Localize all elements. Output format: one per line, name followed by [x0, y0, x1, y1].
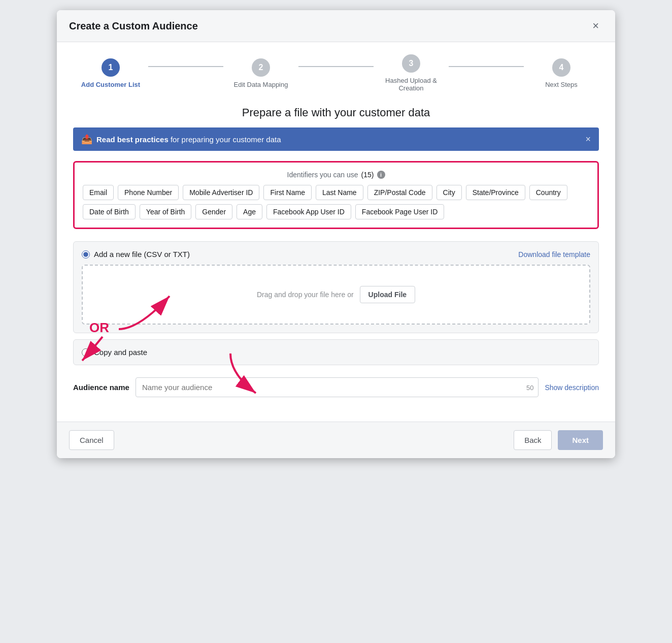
step-connector-1 — [148, 66, 223, 67]
identifier-tag: Email — [83, 185, 114, 200]
step-3-circle: 3 — [402, 54, 420, 73]
info-icon[interactable]: i — [377, 171, 385, 179]
step-1: 1 Add Customer List — [73, 58, 148, 88]
copy-paste-label-text: Copy and paste — [94, 348, 147, 357]
best-practices-banner: 📤 Read best practices for preparing your… — [73, 127, 599, 151]
footer-right: Back Next — [514, 430, 603, 450]
step-2: 2 Edit Data Mapping — [223, 58, 298, 88]
audience-name-input[interactable] — [136, 377, 539, 397]
step-1-circle: 1 — [102, 58, 120, 77]
identifier-tag: Facebook Page User ID — [355, 204, 444, 219]
identifier-tag: Phone Number — [118, 185, 179, 200]
step-connector-3 — [449, 66, 524, 67]
banner-bold-text[interactable]: Read best practices — [96, 135, 169, 144]
show-description-link[interactable]: Show description — [545, 383, 599, 392]
audience-name-label: Audience name — [73, 383, 129, 392]
copy-paste-radio[interactable] — [82, 348, 90, 357]
identifier-tag: City — [436, 185, 462, 200]
new-file-radio-label[interactable]: Add a new file (CSV or TXT) — [82, 250, 190, 259]
audience-name-row: Audience name 50 Show description — [73, 377, 599, 397]
step-3: 3 Hashed Upload & Creation — [374, 54, 449, 92]
step-1-label: Add Customer List — [81, 81, 140, 88]
upload-file-button[interactable]: Upload File — [360, 286, 415, 303]
identifier-tag: Age — [237, 204, 262, 219]
upload-header: Add a new file (CSV or TXT) Download fil… — [82, 250, 590, 259]
banner-text-after: for preparing your customer data — [171, 135, 281, 144]
identifier-tag: Date of Birth — [83, 204, 136, 219]
identifier-tag: State/Province — [466, 185, 525, 200]
step-3-label: Hashed Upload & Creation — [381, 77, 442, 92]
new-file-radio[interactable] — [82, 250, 90, 259]
step-4-label: Next Steps — [545, 81, 578, 88]
download-template-link[interactable]: Download file template — [518, 250, 590, 259]
identifier-tag: Country — [529, 185, 567, 200]
identifier-tag: Gender — [195, 204, 232, 219]
step-2-label: Edit Data Mapping — [234, 81, 288, 88]
new-file-label-text: Add a new file (CSV or TXT) — [94, 250, 190, 259]
banner-text: Read best practices for preparing your c… — [96, 135, 281, 144]
next-button[interactable]: Next — [558, 430, 603, 450]
identifier-tags: EmailPhone NumberMobile Advertiser IDFir… — [83, 185, 589, 219]
modal-header: Create a Custom Audience × — [57, 10, 615, 42]
identifiers-box: Identifiers you can use (15) i EmailPhon… — [73, 161, 599, 229]
char-count: 50 — [526, 383, 533, 391]
identifiers-title-text: Identifiers you can use — [287, 171, 358, 179]
identifier-tag: First Name — [263, 185, 311, 200]
identifiers-count: (15) — [361, 171, 374, 179]
modal-title: Create a Custom Audience — [69, 20, 198, 32]
upload-section: Add a new file (CSV or TXT) Download fil… — [73, 241, 599, 333]
identifier-tag: Last Name — [316, 185, 363, 200]
banner-close-button[interactable]: × — [585, 134, 591, 145]
back-button[interactable]: Back — [514, 430, 552, 450]
create-audience-modal: Create a Custom Audience × 1 Add Custome… — [57, 10, 615, 458]
page-title: Prepare a file with your customer data — [73, 106, 599, 119]
cancel-button[interactable]: Cancel — [69, 430, 114, 450]
identifier-tag: Facebook App User ID — [266, 204, 351, 219]
stepper: 1 Add Customer List 2 Edit Data Mapping … — [73, 54, 599, 92]
step-2-circle: 2 — [252, 58, 270, 77]
drop-zone[interactable]: Drag and drop your file here or Upload F… — [82, 265, 590, 325]
close-modal-button[interactable]: × — [588, 18, 603, 34]
or-label: OR — [89, 320, 109, 336]
identifiers-title: Identifiers you can use (15) i — [83, 171, 589, 179]
step-4-circle: 4 — [552, 58, 570, 77]
step-4: 4 Next Steps — [524, 58, 599, 88]
audience-name-input-wrapper: 50 — [136, 377, 539, 397]
copy-paste-radio-label[interactable]: Copy and paste — [82, 348, 147, 357]
drag-drop-text: Drag and drop your file here or — [257, 291, 354, 299]
step-connector-2 — [298, 66, 374, 67]
banner-content: 📤 Read best practices for preparing your… — [81, 134, 281, 145]
identifier-tag: ZIP/Postal Code — [367, 185, 432, 200]
identifier-tag: Mobile Advertiser ID — [183, 185, 259, 200]
modal-footer: Cancel Back Next — [57, 422, 615, 458]
or-divider-area: OR — [73, 339, 599, 365]
identifier-tag: Year of Birth — [140, 204, 192, 219]
modal-body: 1 Add Customer List 2 Edit Data Mapping … — [57, 42, 615, 422]
copy-paste-section: Copy and paste — [73, 339, 599, 365]
banner-icon: 📤 — [81, 134, 92, 145]
